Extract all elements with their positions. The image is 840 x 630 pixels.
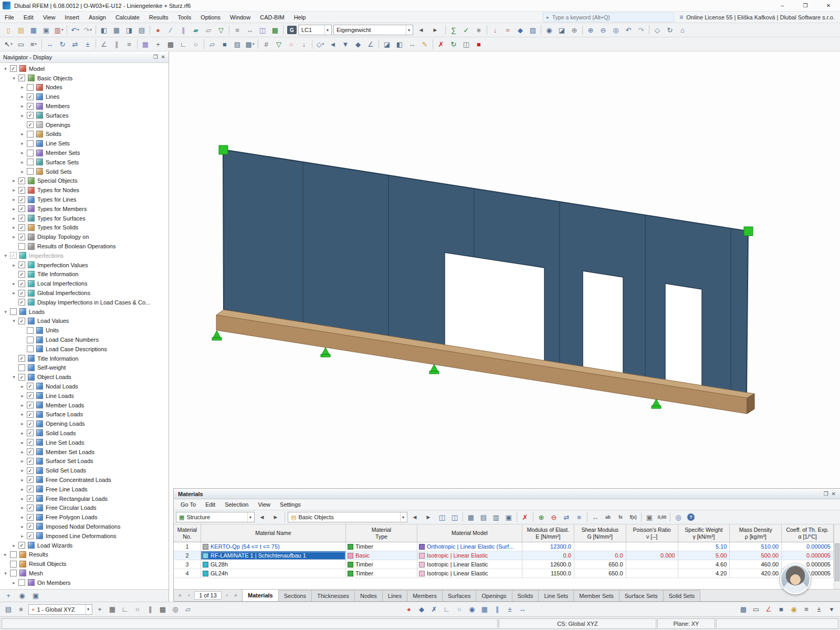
checkbox[interactable]: ✓ [18, 280, 25, 287]
snap-settings-icon[interactable]: + [152, 38, 164, 50]
expand-arrow[interactable]: ▸ [10, 225, 17, 230]
value-cell[interactable] [626, 560, 678, 569]
print-table-icon[interactable]: ▣ [502, 511, 515, 523]
value-cell[interactable]: 650.0 [574, 560, 626, 569]
expand-arrow[interactable]: ▸ [19, 94, 26, 99]
menu-results[interactable]: Results [144, 12, 173, 23]
checkbox[interactable]: ✓ [18, 75, 25, 81]
previous-page-button[interactable]: ‹ [185, 593, 193, 598]
material-name-cell[interactable]: GL28h [201, 560, 346, 569]
material-row-3[interactable]: 3GL28hTimberIsotropic | Linear Elastic12… [174, 560, 834, 569]
delete-icon[interactable]: ✗ [435, 38, 447, 50]
measure-icon[interactable]: ↔ [406, 38, 418, 50]
new-model-icon[interactable]: ▯ [2, 24, 15, 36]
axes-display-icon[interactable]: ∠ [762, 604, 775, 615]
checkbox[interactable]: ✓ [18, 187, 25, 194]
navigator-toggle-icon[interactable]: ◧ [98, 24, 110, 36]
table-tab-openings[interactable]: Openings [476, 590, 512, 601]
add-row-icon[interactable]: ⊕ [535, 511, 548, 523]
checkbox[interactable]: ✓ [18, 299, 25, 306]
tree-item-imperfection-values[interactable]: ▸✓Imperfection Values [0, 260, 169, 270]
search-input[interactable] [551, 14, 670, 21]
checkbox[interactable] [18, 243, 25, 250]
material-model-cell[interactable]: Isotropic | Linear Elastic [417, 560, 522, 569]
formula-edit-icon[interactable]: f(x) [627, 511, 639, 523]
menu-calculate[interactable]: Calculate [111, 12, 144, 23]
tree-item-solids[interactable]: ▸Solids [0, 130, 169, 139]
rotate-view-icon[interactable]: ↻ [664, 24, 676, 36]
tree-item-surface-sets[interactable]: ▸Surface Sets [0, 158, 169, 167]
menu-help[interactable]: Help [289, 12, 311, 23]
tree-item-member-loads[interactable]: ▸✓Member Loads [0, 401, 169, 410]
checkbox[interactable]: ✓ [18, 215, 25, 222]
tree-item-imposed-nodal-deformations[interactable]: ▸✓Imposed Nodal Deformations [0, 522, 169, 531]
checkbox[interactable]: ✓ [27, 429, 34, 436]
checkbox[interactable] [10, 570, 17, 576]
previous-table-button[interactable]: ◀ [256, 511, 268, 523]
expand-arrow[interactable]: ▸ [19, 449, 26, 455]
camera-snapshot-icon[interactable]: ▣ [29, 590, 42, 602]
tree-item-line-set-loads[interactable]: ▸✓Line Set Loads [0, 438, 169, 447]
load-case-combo[interactable]: LC1▾ [298, 25, 332, 35]
minimize-button[interactable]: – [771, 0, 794, 11]
checkbox[interactable]: ✓ [27, 476, 34, 483]
solid-mode-icon[interactable]: ■ [218, 38, 231, 50]
checkbox[interactable]: ✓ [18, 374, 25, 381]
tree-item-self-weight[interactable]: Self-weight [0, 363, 169, 373]
checkbox[interactable]: ✓ [18, 234, 25, 240]
expand-arrow[interactable]: ▸ [19, 533, 26, 539]
model-history-icon[interactable]: ▤ [2, 604, 15, 615]
scale-icon[interactable]: ± [81, 38, 94, 50]
status-more-icon[interactable]: ▾ [825, 604, 838, 615]
menu-window[interactable]: Window [225, 12, 255, 23]
tree-item-surface-loads[interactable]: ▸✓Surface Loads [0, 410, 169, 419]
tree-item-opening-loads[interactable]: ▸✓Opening Loads [0, 419, 169, 428]
previous-category-button[interactable]: ◀ [408, 511, 421, 523]
tree-item-load-case-descriptions[interactable]: Load Case Descriptions [0, 344, 169, 354]
checkbox[interactable] [10, 308, 17, 315]
material-type-cell[interactable]: Timber [346, 569, 417, 578]
tree-item-model[interactable]: ▾✓Model [0, 64, 169, 74]
tree-item-members[interactable]: ▸✓Members [0, 101, 169, 111]
move-row-icon[interactable]: ⇄ [560, 511, 573, 523]
close-table-icon[interactable]: ✕ [832, 491, 836, 497]
expand-arrow[interactable]: ▸ [19, 85, 26, 90]
expand-arrow[interactable]: ▸ [19, 160, 26, 165]
menu-file[interactable]: File [0, 12, 19, 23]
checkbox[interactable] [27, 131, 34, 138]
value-cell[interactable]: 4.20 [678, 569, 730, 578]
expand-arrow[interactable]: ▸ [19, 440, 26, 445]
table-tab-surfaces[interactable]: Surfaces [442, 590, 476, 601]
value-cell[interactable] [626, 542, 678, 551]
work-plane-icon[interactable]: ▱ [182, 604, 194, 615]
tree-item-solid-loads[interactable]: ▸✓Solid Loads [0, 428, 169, 438]
expand-arrow[interactable]: ▸ [10, 234, 17, 239]
expand-arrow[interactable]: ▾ [2, 66, 9, 71]
column-header[interactable]: MaterialNo. [174, 524, 201, 542]
checkbox[interactable]: ✓ [27, 421, 34, 427]
checkbox[interactable]: ✓ [27, 486, 34, 492]
delete-all-rows-icon[interactable]: ✗ [519, 511, 531, 523]
expand-arrow[interactable]: ▸ [19, 496, 26, 501]
expand-arrow[interactable]: ▸ [19, 412, 26, 417]
expand-arrow[interactable]: ▾ [10, 374, 17, 380]
material-row-1[interactable]: 1KERTO-Qp (54 <= t <= 75)TimberOrthotrop… [174, 542, 834, 551]
checkbox[interactable]: ✓ [18, 542, 25, 549]
delete-row-icon[interactable]: ⊖ [548, 511, 560, 523]
rendering-icon[interactable]: ▩▾ [244, 38, 256, 50]
table-tab-solid-sets[interactable]: Solid Sets [663, 590, 701, 601]
divide-line-icon[interactable]: ∥ [110, 38, 123, 50]
value-cell[interactable] [574, 542, 626, 551]
column-header[interactable]: Coeff. of Th. Exp.α [1/°C] [782, 524, 834, 542]
checkbox[interactable]: ✓ [10, 65, 17, 72]
section-plane-icon[interactable]: ◧ [393, 38, 406, 50]
comment-icon[interactable]: ✎ [418, 38, 431, 50]
expand-arrow[interactable]: ▸ [19, 403, 26, 408]
material-type-cell[interactable]: Timber [346, 560, 417, 569]
dimensions-icon[interactable]: ↔ [244, 24, 256, 36]
row-number-cell[interactable]: 4 [174, 569, 201, 578]
close-panel-icon[interactable]: ✕ [161, 54, 165, 60]
table-tab-lines[interactable]: Lines [382, 590, 407, 601]
select-special-icon[interactable]: ≡▾ [27, 38, 40, 50]
tree-item-results[interactable]: ▸Results [0, 550, 169, 559]
